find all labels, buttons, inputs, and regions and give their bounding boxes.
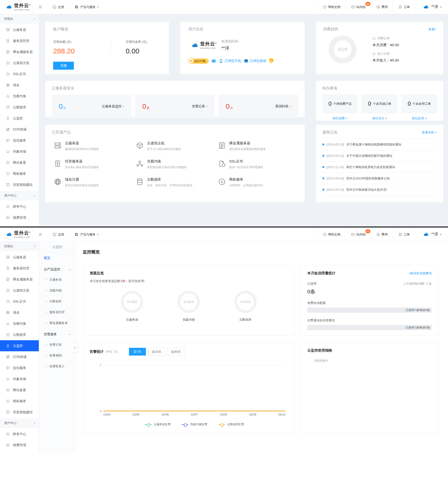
range-button[interactable]: 近15天 (148, 348, 165, 355)
subnav-item[interactable]: 告警记录 (39, 339, 76, 350)
subnav-item[interactable]: 裸金属服务器 (39, 318, 76, 328)
buy-sms-package-link[interactable]: +购买短信套餐包 (408, 271, 432, 275)
product-item[interactable]: SSL证书 提供一站式的证书部署服务 (216, 159, 298, 169)
security-stat-box[interactable]: 0台 云服务器监控 > (52, 95, 131, 118)
todo-action-link[interactable]: 前往处理 > (401, 116, 437, 120)
sidebar-section-user-center[interactable]: 用户中心▾ (0, 191, 39, 200)
nav-overview[interactable]: 总览 (47, 0, 69, 14)
product-item[interactable]: 域名注册 提供五星级的域名注册服务 (52, 177, 134, 187)
subnav-collapse-handle[interactable] (72, 343, 78, 352)
subnav-item[interactable]: 云数据库 (39, 296, 76, 307)
subnav-group-products[interactable]: 云产品监控 (39, 264, 76, 274)
view-link[interactable]: 查看> (428, 27, 436, 32)
sidebar-item[interactable]: 域名 (0, 307, 39, 318)
sidebar-item[interactable]: 服务器托管 (0, 35, 39, 46)
product-item[interactable]: 裸金属服务器 高性能安全隔离物理集群服务 (216, 141, 298, 151)
sidebar-item[interactable]: 云服务器 (0, 252, 39, 263)
sidebar-item[interactable]: 负载均衡 (0, 91, 39, 102)
diamond-agent-badge[interactable]: 钻石代理 (188, 58, 209, 64)
phone-bound-status[interactable]: 已绑定手机 (219, 59, 241, 63)
sidebar-item[interactable]: 负载均衡 (0, 318, 39, 329)
brand-logo[interactable]: 世外云® SHIWAIYUN (0, 0, 33, 14)
sidebar-item[interactable]: 云虚拟主机 (0, 285, 39, 296)
subnav-item[interactable]: 告警规则 (39, 350, 76, 361)
sidebar-item[interactable]: CDN加速 (0, 124, 39, 135)
product-item[interactable]: 云数据库 安全、稳定可靠、可弹性伸缩的高性... (134, 177, 216, 187)
user-menu[interactable]: **泽▾ (415, 227, 448, 241)
sidebar-item[interactable]: 短信服务 (0, 362, 39, 373)
sidebar-item[interactable]: 商标服务 (0, 396, 39, 407)
product-item[interactable]: 托管服务器 安全贴心高品质的托管服务 (52, 159, 134, 169)
sidebar-item[interactable]: 续费管理 (0, 440, 39, 451)
sidebar-item[interactable]: 域名 (0, 80, 39, 91)
nav-messages[interactable]: 站内信65 (346, 0, 371, 14)
sidebar-collapse-button[interactable] (33, 227, 47, 241)
user-menu[interactable]: **泽▾ (415, 0, 448, 14)
sidebar-item[interactable]: 网站备案 (0, 385, 39, 396)
nav-billing[interactable]: 费用 (371, 0, 393, 14)
news-item[interactable]: [2023-05-29] 关于裸金属十堰电信线路网络割接的通知 (323, 139, 437, 150)
recharge-button[interactable]: 充值 (53, 62, 74, 70)
sidebar-item[interactable]: SSL证书 (0, 68, 39, 80)
nav-tickets[interactable]: 工单 (393, 227, 415, 241)
sidebar-collapse-button[interactable] (33, 0, 47, 14)
sidebar-item[interactable]: 云虚拟主机 (0, 57, 39, 68)
nav-products[interactable]: 产品与服务▾ (69, 0, 104, 14)
range-button[interactable]: 近7天 (129, 348, 146, 355)
sidebar-item[interactable]: 续费管理 (0, 212, 39, 223)
sidebar-item[interactable]: 裸金属服务器 (0, 46, 39, 57)
sidebar-item[interactable]: 百度智能建站 (0, 407, 39, 418)
sidebar-item[interactable]: 财务中心 (0, 201, 39, 212)
sidebar-item[interactable]: 云监控 (0, 340, 39, 351)
nav-products[interactable]: 产品与服务▾ (69, 227, 104, 241)
sidebar-item[interactable]: SSL证书 (0, 296, 39, 307)
view-all-link[interactable]: 查看全部 > (422, 131, 437, 135)
product-item[interactable]: 云服务器 极速稳定高弹性的计算服务 (52, 141, 134, 151)
subnav-item[interactable]: 服务器托管 (39, 307, 76, 318)
stat-link[interactable]: 黑洞列表 > (275, 104, 291, 109)
stat-link[interactable]: 告警记录 > (192, 104, 208, 109)
nav-help-docs[interactable]: 帮助文档 (317, 227, 346, 241)
product-item[interactable]: 商标服务 品牌保护，从商标注册开始 (216, 177, 298, 187)
legend-item[interactable]: 负载均衡告警 (181, 422, 207, 426)
sidebar-item[interactable]: 云监控 (0, 113, 39, 124)
product-item[interactable]: 云虚拟主机 基于云计算的虚拟主机服务 (134, 141, 216, 151)
security-stat-box[interactable]: 0条 告警记录 > (135, 95, 215, 118)
todo-action-link[interactable]: 前往续费 > (322, 116, 358, 120)
security-stat-box[interactable]: 0台 黑洞列表 > (219, 95, 298, 118)
sidebar-item[interactable]: 云数据库 (0, 102, 39, 113)
subnav-item[interactable]: 负载均衡 (39, 285, 76, 296)
product-item[interactable]: 负载均衡 高性能流量分发的负载均衡服务 (134, 159, 216, 169)
sidebar-item[interactable]: 商标服务 (0, 168, 39, 179)
range-button[interactable]: 近30天 (168, 348, 184, 355)
id-card-icon[interactable] (211, 59, 216, 63)
email-bound-status[interactable]: 已绑定邮箱 (244, 59, 266, 63)
nav-overview[interactable]: 总览 (47, 227, 69, 241)
nav-tickets[interactable]: 工单 (393, 0, 415, 14)
sidebar-item[interactable]: 对象存储 (0, 146, 39, 157)
subnav-item[interactable]: 云服务器 (39, 274, 76, 285)
sidebar-item[interactable]: CDN加速 (0, 351, 39, 362)
sidebar-section-user-center[interactable]: 用户中心▾ (0, 418, 39, 428)
subnav-overview-active[interactable]: 概览 (39, 252, 76, 264)
sidebar-item[interactable]: 云服务器 (0, 24, 39, 35)
news-item[interactable]: [2022-11-24] 湖北十堰电信机房电力改造割接通知 (323, 162, 437, 173)
nav-messages[interactable]: 站内信65 (346, 227, 371, 241)
sidebar-item[interactable]: 裸金属服务器 (0, 274, 39, 285)
sidebar-item[interactable]: 百度智能建站 (0, 179, 39, 190)
vip-level-badge[interactable]: V (269, 59, 274, 63)
sidebar-item[interactable]: 云数据库 (0, 329, 39, 340)
sidebar-section-console[interactable]: 控制台▾ (0, 14, 39, 24)
sidebar-item[interactable]: 服务器托管 (0, 263, 39, 274)
nav-billing[interactable]: 费用 (371, 227, 393, 241)
news-item[interactable]: [2022-09-10] 世外云中秋抽奖活动火热开启! (323, 184, 437, 195)
subnav-item[interactable]: 告警联系人 (39, 361, 76, 372)
nav-help-docs[interactable]: 帮助文档 (317, 0, 346, 14)
brand-logo[interactable]: 世外云® SHIWAIYUN (0, 227, 33, 241)
legend-item[interactable]: 云服务器告警 (145, 422, 171, 426)
legend-item[interactable]: 云数据库告警 (218, 422, 244, 426)
news-item[interactable]: [2022-09-30] 世外云2022年国庆假期服务公告 (323, 173, 437, 184)
sidebar-section-console[interactable]: 控制台▾ (0, 242, 39, 251)
sidebar-item[interactable]: 财务中心 (0, 429, 39, 440)
sidebar-item[interactable]: 对象存储 (0, 373, 39, 385)
